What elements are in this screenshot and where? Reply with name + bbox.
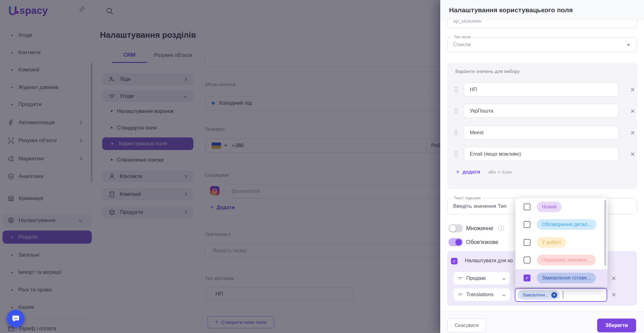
stage-options-dropdown: Новий Обговорення детал... У роботі Пере… <box>515 198 608 287</box>
hint-text-label: Текст підказки <box>452 196 483 200</box>
remove-option-icon[interactable]: ✕ <box>629 107 636 115</box>
multiple-toggle-label: Множинне <box>466 225 493 232</box>
checkbox-icon[interactable] <box>524 203 530 210</box>
drawer-footer: Скасувати Зберегти <box>440 311 644 333</box>
remove-row-icon[interactable]: ✕ <box>610 275 618 282</box>
drag-handle-icon[interactable] <box>454 130 458 136</box>
dropdown-option[interactable]: Перевірка замовни... <box>515 251 608 269</box>
chip-remove-icon[interactable]: ✕ <box>551 292 557 298</box>
select-caret-icon <box>627 44 630 46</box>
option-input[interactable]: Email (якщо можливо) <box>464 147 619 161</box>
option-value: НП <box>470 87 477 92</box>
chat-bubble-icon <box>11 314 20 323</box>
options-section: Варіанти значень для вибору НП ✕ УкрПошт… <box>447 63 637 189</box>
option-value: УкрПошта <box>470 108 493 114</box>
option-value: Meest <box>470 130 484 136</box>
option-row: НП ✕ <box>447 82 637 97</box>
plus-icon: + <box>456 169 460 176</box>
drag-handle-icon[interactable] <box>454 108 458 114</box>
remove-row-icon[interactable]: ✕ <box>610 291 618 298</box>
dropdown-option[interactable]: Обговорення детал... <box>515 216 608 233</box>
option-row: Meest ✕ <box>447 125 637 140</box>
option-input[interactable]: УкрПошта <box>464 104 619 118</box>
options-section-label: Варіанти значень для вибору <box>455 69 519 74</box>
add-option-hint: або <box>488 169 496 175</box>
pipeline-select-value: Продажі <box>466 275 486 281</box>
option-input[interactable]: НП <box>464 82 619 97</box>
remove-option-icon[interactable]: ✕ <box>629 150 636 158</box>
dropdown-option[interactable]: Новий <box>515 198 608 216</box>
stage-chip: Перевірка замовни... <box>537 255 596 265</box>
chevron-down-icon <box>502 277 506 280</box>
stage-multiselect-input[interactable]: Замовленн... ✕ <box>515 288 607 302</box>
stage-chip: Замовлення готове... <box>537 273 596 283</box>
stage-chip: Новий <box>537 202 562 212</box>
multiple-toggle[interactable] <box>448 224 463 232</box>
sort-lines-icon <box>458 276 463 280</box>
dropdown-option[interactable]: У роботі <box>515 234 608 251</box>
dropdown-option-selected[interactable]: ✓ Замовлення готове... <box>515 269 608 287</box>
pipeline-select-value: Translations <box>466 292 494 297</box>
option-row: Email (якщо можливо) ✕ <box>447 147 637 161</box>
selected-stage-chip: Замовленн... ✕ <box>518 290 560 300</box>
pipeline-select-sales[interactable]: Продажі <box>453 272 510 285</box>
checkbox-icon[interactable] <box>524 221 530 228</box>
app-screen: U spacy Угоди Контакти Компанії Журнал д… <box>0 0 644 333</box>
info-icon[interactable]: i <box>498 225 504 231</box>
required-toggle[interactable] <box>448 238 463 246</box>
checkbox-checked-icon[interactable]: ✓ <box>524 275 530 281</box>
pipeline-select-translations[interactable]: Translations <box>453 288 510 301</box>
enter-key-hint: ↵ Enter <box>498 170 512 175</box>
selected-stage-chip-label: Замовленн... <box>522 292 549 297</box>
sort-lines-icon <box>458 293 463 297</box>
stage-chip: У роботі <box>537 237 566 248</box>
remove-option-icon[interactable]: ✕ <box>629 129 636 136</box>
option-input[interactable]: Meest <box>464 125 619 140</box>
checkbox-icon[interactable] <box>524 257 530 264</box>
option-value: Email (якщо можливо) <box>470 151 521 157</box>
stage-chip: Обговорення детал... <box>537 219 597 230</box>
drag-handle-icon[interactable] <box>454 151 458 157</box>
drawer-header: Налаштування користувацького поля <box>440 0 644 20</box>
cancel-button[interactable]: Скасувати <box>447 319 486 332</box>
field-type-value: Список <box>453 42 471 48</box>
checkbox-icon[interactable] <box>524 239 530 246</box>
configure-label: Налаштувати для ко <box>465 258 513 264</box>
save-button[interactable]: Зберегти <box>597 319 636 332</box>
drawer-title: Налаштування користувацького поля <box>449 6 573 14</box>
drag-handle-icon[interactable] <box>454 86 458 92</box>
option-row: УкрПошта ✕ <box>447 104 637 118</box>
field-type-label: Тип поля <box>452 35 473 39</box>
chat-fab-button[interactable] <box>7 310 25 327</box>
dropdown-scrollbar[interactable] <box>604 200 606 266</box>
chevron-down-icon <box>502 293 506 296</box>
add-option-button[interactable]: додати <box>463 169 480 175</box>
required-toggle-label: Обов'язкове <box>466 239 498 246</box>
field-type-select[interactable]: Тип поля Список <box>447 37 637 52</box>
text-cursor <box>563 291 564 299</box>
hint-text-value: Введіть значення Тип <box>453 203 507 209</box>
remove-option-icon[interactable]: ✕ <box>629 86 636 93</box>
configure-checkbox-checked[interactable]: ✓ <box>451 258 458 264</box>
